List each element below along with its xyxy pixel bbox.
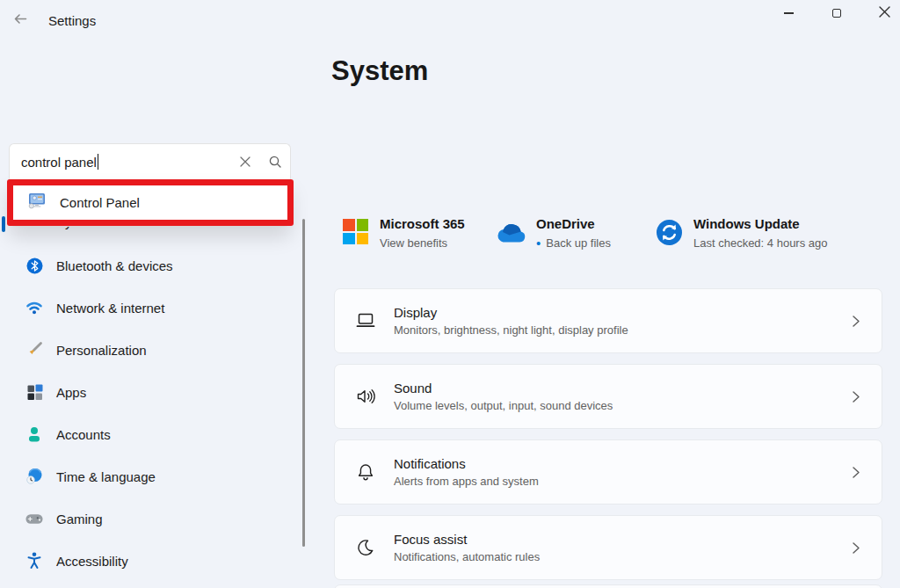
- window-title: Settings: [48, 13, 96, 28]
- sidebar-scrollbar[interactable]: [302, 219, 305, 547]
- clear-x-icon: [240, 156, 250, 167]
- onedrive-cloud-icon: [495, 223, 527, 250]
- search-results-flyout: Control Panel: [9, 180, 291, 227]
- close-icon: [879, 5, 890, 21]
- maximize-button[interactable]: [819, 2, 854, 25]
- time-language-icon: [25, 468, 43, 485]
- sidebar-item-accessibility[interactable]: Accessibility: [11, 543, 294, 578]
- microsoft-365-card[interactable]: Microsoft 365 View benefits: [343, 216, 465, 250]
- notifications-bell-icon: [354, 462, 377, 483]
- wifi-icon: [25, 299, 43, 316]
- sidebar-item-time-language[interactable]: Time & language: [11, 459, 294, 494]
- clear-search-button[interactable]: [230, 146, 260, 178]
- sound-icon: [354, 387, 377, 406]
- search-value: control panel: [21, 155, 97, 170]
- close-button[interactable]: [867, 2, 900, 25]
- back-arrow-icon: [12, 11, 28, 30]
- accessibility-person-icon: [25, 552, 43, 570]
- sidebar-item-network-internet[interactable]: Network & internet: [11, 290, 294, 325]
- windows-update-card[interactable]: Windows Update Last checked: 4 hours ago: [656, 216, 828, 250]
- chevron-right-icon: [849, 389, 862, 404]
- selected-item-indicator: [2, 216, 5, 232]
- page-title: System: [331, 55, 428, 87]
- sidebar-item-apps[interactable]: Apps: [11, 374, 294, 410]
- text-caret: [98, 154, 98, 170]
- row-display[interactable]: Display Monitors, brightness, night ligh…: [334, 288, 882, 353]
- magnifier-icon: [268, 155, 282, 169]
- row-focus-assist[interactable]: Focus assist Notifications, automatic ru…: [334, 515, 882, 580]
- status-bullet: •: [536, 239, 541, 248]
- back-button[interactable]: [7, 9, 33, 32]
- minimize-button[interactable]: [771, 2, 806, 25]
- apps-grid-icon: [25, 383, 43, 401]
- search-result-control-panel[interactable]: Control Panel: [16, 185, 284, 220]
- sidebar-item-accounts[interactable]: Accounts: [11, 417, 294, 452]
- sidebar-item-bluetooth-devices[interactable]: Bluetooth & devices: [11, 248, 294, 283]
- minimize-icon: [784, 12, 794, 13]
- focus-moon-icon: [354, 538, 377, 557]
- gamepad-icon: [25, 510, 43, 527]
- control-panel-icon: [27, 192, 47, 213]
- windows-update-icon: [656, 219, 683, 250]
- search-submit-button[interactable]: [260, 146, 290, 178]
- maximize-icon: [832, 9, 841, 18]
- chevron-right-icon: [849, 465, 862, 480]
- accounts-person-icon: [25, 425, 43, 443]
- row-notifications[interactable]: Notifications Alerts from apps and syste…: [334, 439, 882, 505]
- sidebar-item-gaming[interactable]: Gaming: [11, 501, 294, 536]
- display-icon: [354, 311, 377, 330]
- row-sound[interactable]: Sound Volume levels, output, input, soun…: [334, 364, 882, 429]
- onedrive-card[interactable]: OneDrive • Back up files: [495, 216, 611, 250]
- search-input[interactable]: control panel: [9, 143, 291, 181]
- row-next-clipped[interactable]: [334, 584, 882, 588]
- brush-icon: [25, 341, 43, 359]
- bluetooth-icon: [25, 257, 43, 274]
- chevron-right-icon: [849, 541, 862, 555]
- settings-window: Settings System Bluetooth & devices Netw…: [0, 0, 900, 588]
- chevron-right-icon: [849, 314, 862, 329]
- sidebar-item-personalization[interactable]: Personalization: [11, 332, 294, 367]
- microsoft-logo-icon: [343, 219, 368, 250]
